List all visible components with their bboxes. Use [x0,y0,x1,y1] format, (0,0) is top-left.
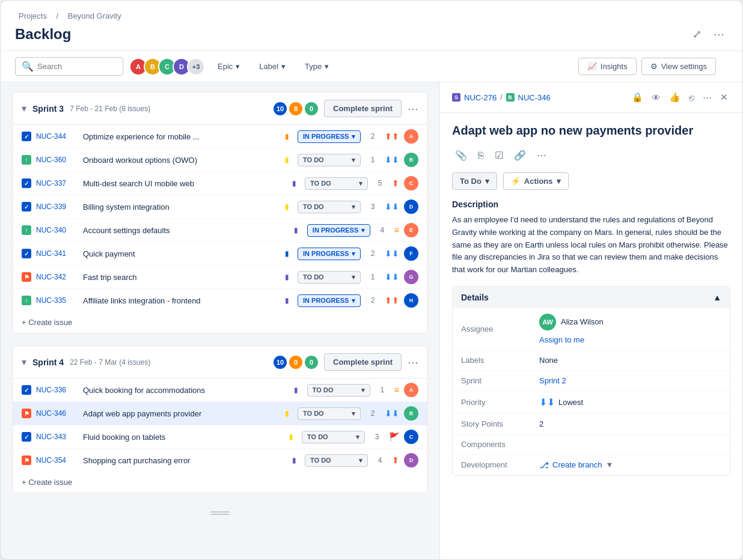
avatar: E [404,223,418,237]
table-row[interactable]: ✓ NUC-339 Billing system integration ▮ T… [13,195,427,219]
sprint3-badge-orange: 8 [289,102,302,115]
thumbsup-icon[interactable]: 👍 [667,90,683,105]
issue-id[interactable]: NUC-342 [36,273,78,281]
expand-icon[interactable]: ⤢ [689,24,705,44]
priority-icon: ▮ [285,431,297,443]
view-settings-button[interactable]: ⚙ View settings [641,58,716,75]
table-row[interactable]: ✓ NUC-341 Quick payment ▮ IN PROGRESS ▾ … [13,242,427,266]
issue-type-bug-icon: ⚑ [22,455,31,465]
story-points: 5 [375,179,385,187]
priority-high-icon: ⬆ [392,178,399,188]
avatar-count[interactable]: +3 [187,58,205,76]
close-icon[interactable]: ✕ [718,90,730,105]
assign-me-link[interactable]: Assign to me [539,335,584,344]
priority-high-icon: ⬆⬆ [385,132,399,141]
priority-high-icon: ⬆ [392,455,399,465]
status-badge[interactable]: IN PROGRESS ▾ [298,248,361,260]
lock-icon[interactable]: 🔒 [629,90,646,105]
issue-id[interactable]: NUC-341 [36,249,78,258]
development-row: Development ⎇ Create branch ▼ [453,454,730,475]
more-icon[interactable]: ⋯ [534,147,549,164]
table-row[interactable]: ↑ NUC-360 Onboard workout options (OWO) … [13,148,427,172]
search-input[interactable] [37,62,109,71]
table-row[interactable]: ⚑ NUC-354 Shopping cart purchasing error… [13,449,427,472]
insights-button[interactable]: 📈 Insights [578,58,637,75]
more-options-icon[interactable]: ⋯ [700,90,714,105]
nuc-276-icon: S [452,93,460,102]
breadcrumb-current-link[interactable]: NUC-346 [518,93,551,102]
sprint3-toggle[interactable]: ▾ [22,103,26,114]
status-badge[interactable]: TO DO ▾ [302,431,365,443]
status-badge[interactable]: TO DO ▾ [305,454,368,467]
table-row[interactable]: ✓ NUC-344 Optimize experience for mobile… [13,125,427,148]
hyperlink-icon[interactable]: 🔗 [511,147,529,164]
table-row[interactable]: ✓ NUC-336 Quick booking for accommodatio… [13,379,427,402]
status-badge[interactable]: IN PROGRESS ▾ [298,294,361,307]
status-badge[interactable]: TO DO ▾ [298,154,361,166]
table-row[interactable]: ⚑ NUC-346 Adapt web app payments provide… [13,402,427,425]
toolbar: 🔍 A B C D +3 Epic ▾ Label ▾ Type ▾ 📈 Ins… [1,51,742,82]
issue-title: Shopping cart purchasing error [83,456,281,465]
header-actions: ⤢ ⋯ [689,24,728,44]
status-badge[interactable]: TO DO ▾ [305,177,368,190]
label-filter[interactable]: Label ▾ [252,58,292,75]
checklist-icon[interactable]: ☑ [492,147,506,164]
sprint4-complete-button[interactable]: Complete sprint [324,353,402,371]
actions-button[interactable]: ⚡ Actions ▾ [503,172,569,190]
breadcrumb-parent-link[interactable]: NUC-276 [464,93,497,102]
issue-id[interactable]: NUC-346 [36,409,78,418]
sprint3-badges: 10 8 0 [274,102,318,115]
issue-type-story-icon: ↑ [22,155,31,165]
issue-id[interactable]: NUC-360 [36,156,78,164]
chevron-down-icon: ▾ [325,62,329,71]
type-filter[interactable]: Type ▾ [298,58,335,75]
create-branch-link[interactable]: Create branch [552,460,602,469]
issue-id[interactable]: NUC-354 [36,456,78,464]
sprint3-more-button[interactable]: ⋯ [408,102,418,115]
table-row[interactable]: ✓ NUC-337 Multi-dest search UI mobile we… [13,172,427,195]
eye-icon[interactable]: 👁 [649,90,663,105]
status-dropdown[interactable]: To Do ▾ [452,172,497,190]
sprint4-toggle[interactable]: ▾ [22,356,26,368]
sprint3-complete-button[interactable]: Complete sprint [324,100,402,117]
epic-filter[interactable]: Epic ▾ [211,58,246,75]
priority-icon: ▮ [290,224,302,236]
issue-id[interactable]: NUC-340 [36,226,78,234]
search-box[interactable]: 🔍 [15,57,123,76]
avatar-group: A B C D +3 [129,58,205,76]
sprint-link[interactable]: Sprint 2 [539,376,566,385]
sprint4-create-issue-button[interactable]: + Create issue [13,472,427,493]
issue-id[interactable]: NUC-343 [36,433,78,441]
table-row[interactable]: ↑ NUC-340 Account settings defaults ▮ IN… [13,219,427,242]
link-structure-icon[interactable]: ⎘ [475,147,487,164]
issue-id[interactable]: NUC-344 [36,132,78,141]
attach-icon[interactable]: 📎 [452,147,470,164]
status-badge[interactable]: TO DO ▾ [298,407,361,420]
table-row[interactable]: ↑ NUC-335 Affiliate links integration - … [13,289,427,312]
resize-handle[interactable] [13,505,427,521]
sprint4-more-button[interactable]: ⋯ [408,356,418,369]
status-badge[interactable]: IN PROGRESS ▾ [298,130,361,143]
details-header[interactable]: Details ▲ [453,287,730,308]
chevron-down-icon: ▼ [605,460,613,469]
table-row[interactable]: ✓ NUC-343 Fluid booking on tablets ▮ TO … [13,425,427,449]
status-badge[interactable]: TO DO ▾ [307,384,370,397]
status-badge[interactable]: IN PROGRESS ▾ [307,224,370,237]
issue-title: Multi-dest search UI mobile web [83,179,281,188]
sprint3-create-issue-button[interactable]: + Create issue [13,312,427,333]
more-options-icon[interactable]: ⋯ [710,24,728,44]
sprint-row: Sprint Sprint 2 [453,370,730,391]
issue-id[interactable]: NUC-339 [36,202,78,211]
action-icons-row: 📎 ⎘ ☑ 🔗 ⋯ [452,147,730,164]
issue-id[interactable]: NUC-335 [36,296,78,305]
avatar: C [404,176,418,190]
issue-id[interactable]: NUC-337 [36,179,78,187]
chevron-down-icon: ▾ [236,62,240,71]
priority-icon: ▮ [288,177,300,189]
share-icon[interactable]: ⎋ [686,90,697,105]
table-row[interactable]: ⚑ NUC-342 Fast trip search ▮ TO DO ▾ 1 ⬇… [13,266,427,289]
status-badge[interactable]: TO DO ▾ [298,271,361,284]
backlog-panel: ▾ Sprint 3 7 Feb - 21 Feb (8 issues) 10 … [1,82,439,559]
status-badge[interactable]: TO DO ▾ [298,201,361,213]
issue-id[interactable]: NUC-336 [36,386,78,394]
